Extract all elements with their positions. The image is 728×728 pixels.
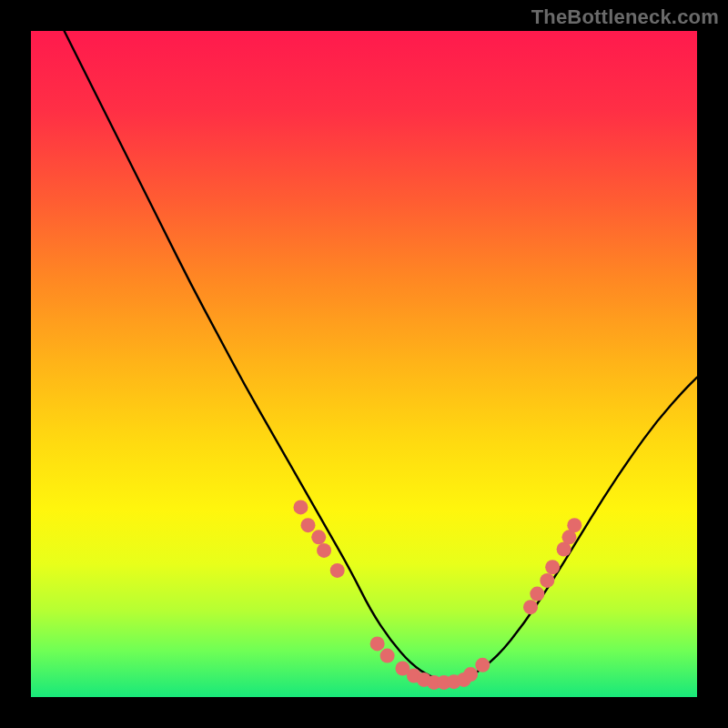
chart-svg	[31, 31, 697, 697]
data-dot	[330, 563, 345, 578]
data-dot	[311, 530, 326, 544]
data-dot	[317, 543, 331, 558]
data-dot	[530, 587, 544, 602]
data-dot	[523, 600, 538, 614]
data-dot	[567, 518, 581, 532]
data-dot	[540, 573, 554, 588]
data-dot	[545, 560, 560, 574]
data-dot	[475, 658, 490, 672]
data-dot	[301, 518, 316, 532]
watermark-text: TheBottleneck.com	[531, 5, 719, 29]
data-dot	[293, 500, 308, 514]
chart-frame: TheBottleneck.com	[0, 0, 728, 728]
data-dot	[370, 636, 385, 651]
data-dot	[463, 667, 478, 682]
data-dot	[380, 649, 395, 663]
plot-area	[31, 31, 697, 697]
